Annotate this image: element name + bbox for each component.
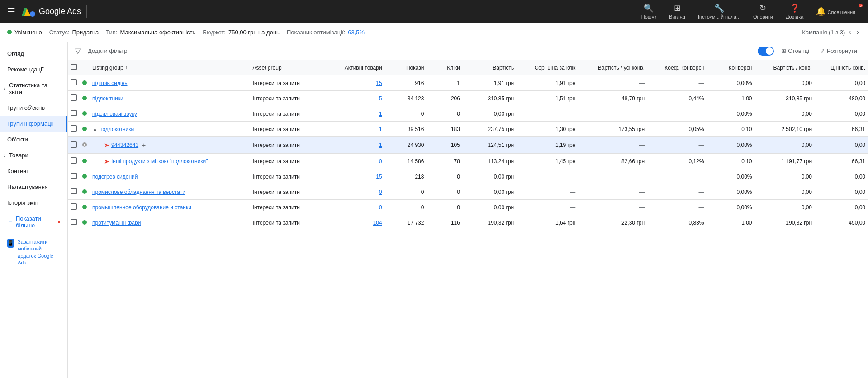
active-products-cell: 15 — [328, 169, 385, 184]
listing-link[interactable]: Інші продукти з міткою "подлокотники" — [111, 158, 208, 165]
conv-value-cell: 0,00 — [815, 75, 868, 91]
table-body: підігрів сидінь Інтереси та запити 15 91… — [68, 75, 868, 230]
row-checkbox[interactable] — [71, 125, 77, 132]
listing-link[interactable]: подлокотники — [100, 126, 134, 132]
listing-link[interactable]: подогрев сидений — [92, 174, 138, 180]
cost-cell: 1,91 грн — [463, 75, 517, 91]
active-products-cell: 1 — [328, 106, 385, 122]
conv-rate-cell: 0,83% — [647, 215, 707, 230]
sidebar-item-listing-groups[interactable]: Групи інформації — [0, 116, 67, 132]
next-campaign-btn[interactable]: › — [855, 26, 861, 38]
budget-value: 750,00 грн на день — [228, 29, 280, 36]
row-checkbox[interactable] — [71, 141, 77, 148]
show-more-btn[interactable]: ＋ Показати більше — [0, 211, 67, 233]
row-checkbox-cell — [68, 75, 80, 91]
search-nav-btn[interactable]: 🔍 Пошук — [636, 1, 662, 21]
sidebar-item-overview[interactable]: Огляд — [0, 46, 67, 61]
th-listing-group[interactable]: Listing group ↑ — [90, 60, 250, 75]
clicks-cell: 0 — [427, 200, 463, 215]
columns-button[interactable]: ⊞ Стовпці — [778, 46, 813, 56]
row-status-cell — [80, 75, 90, 91]
sidebar-item-change-history[interactable]: Історія змін — [0, 195, 67, 211]
cost-cell: 113,24 грн — [463, 154, 517, 169]
conversions-cell: 0,00% — [707, 169, 754, 184]
toggle-switch[interactable] — [758, 47, 774, 56]
listing-link[interactable]: промышленное оборудование и станки — [92, 204, 191, 211]
status-dot — [82, 220, 87, 225]
row-checkbox-cell — [68, 154, 80, 169]
listing-link[interactable]: підсилювачі звуку — [92, 111, 137, 117]
listing-group-cell: протитуманні фари — [90, 215, 250, 230]
active-products-link[interactable]: 5 — [379, 95, 382, 102]
sidebar-item-content[interactable]: Контент — [0, 163, 67, 179]
expand-tree-icon[interactable]: ▲ — [92, 126, 98, 132]
sidebar-item-products[interactable]: › Товари — [0, 147, 67, 163]
active-products-link[interactable]: 1 — [379, 126, 382, 132]
view-nav-btn[interactable]: ⊞ Вигляд — [664, 1, 691, 21]
row-checkbox[interactable] — [71, 94, 77, 101]
row-checkbox[interactable] — [71, 173, 77, 179]
sidebar-item-asset-groups[interactable]: Групи об'єктів — [0, 100, 67, 116]
sidebar-item-recommendations[interactable]: Рекомендації — [0, 61, 67, 77]
conversions-cell: 0,00% — [707, 184, 754, 200]
active-products-link[interactable]: 15 — [376, 174, 382, 180]
hamburger-menu[interactable]: ☰ — [7, 6, 15, 17]
listing-link[interactable]: підлокітники — [92, 95, 123, 102]
expand-label: Розгорнути — [827, 47, 857, 54]
active-products-link[interactable]: 0 — [379, 204, 382, 211]
add-filter-button[interactable]: Додати фільтр — [84, 46, 131, 56]
row-checkbox-cell — [68, 169, 80, 184]
tools-nav-btn[interactable]: 🔧 Інструм... й нала... — [693, 1, 746, 21]
filter-icon[interactable]: ▽ — [75, 47, 81, 55]
row-checkbox[interactable] — [71, 157, 77, 164]
active-products-cell: 1 — [328, 137, 385, 154]
add-subdivision-btn[interactable]: + — [140, 141, 147, 150]
row-checkbox[interactable] — [71, 79, 77, 85]
help-nav-btn[interactable]: ❓ Довідка — [780, 1, 809, 21]
row-checkbox[interactable] — [71, 188, 77, 194]
toolbar: ▽ Додати фільтр ⊞ Стовпці ⤢ Розгорнути — [68, 42, 868, 60]
avg-cpc-cell: 1,64 грн — [517, 215, 578, 230]
listing-link[interactable]: протитуманні фари — [92, 220, 141, 226]
row-status-cell — [80, 91, 90, 106]
header-row: Listing group ↑ Asset group Активні това… — [68, 60, 868, 75]
download-app[interactable]: 📱 Завантажити мобільний додаток Google A… — [0, 233, 67, 272]
listing-link[interactable]: підігрів сидінь — [92, 80, 128, 86]
active-products-cell: 15 — [328, 75, 385, 91]
optimization-value[interactable]: 63,5% — [348, 29, 365, 36]
enabled-label: Увімкнено — [14, 29, 42, 36]
conv-rate-cell: — — [647, 169, 707, 184]
active-products-link[interactable]: 1 — [379, 142, 382, 148]
active-products-link[interactable]: 1 — [379, 111, 382, 117]
active-products-link[interactable]: 104 — [373, 220, 382, 226]
refresh-label: Оновити — [753, 14, 773, 19]
value-conv-cell: 2 502,10 грн — [754, 122, 815, 137]
campaign-label: Кампанія (1 з 3) — [802, 29, 845, 36]
cost-conv-cell: 82,66 грн — [578, 154, 647, 169]
header-checkbox[interactable] — [71, 64, 77, 70]
sidebar-item-assets[interactable]: Об'єкти — [0, 132, 67, 147]
clicks-cell: 0 — [427, 184, 463, 200]
active-products-link[interactable]: 15 — [376, 80, 382, 86]
listing-group-cell: промислове обладнання та верстати — [90, 184, 250, 200]
cost-conv-cell: — — [578, 106, 647, 122]
active-products-link[interactable]: 0 — [379, 189, 382, 195]
notifications-nav-btn[interactable]: 🔔 5 Сповіщення — [811, 5, 861, 18]
th-conv-rate: Коеф. конверсії — [647, 60, 707, 75]
prev-campaign-btn[interactable]: ‹ — [847, 26, 853, 38]
th-status — [80, 60, 90, 75]
listing-link[interactable]: промислове обладнання та верстати — [92, 189, 185, 195]
status-dot — [82, 159, 87, 163]
refresh-nav-btn[interactable]: ↻ Оновити — [748, 1, 778, 21]
sidebar-item-statistics[interactable]: › Статистика та звіти — [0, 77, 67, 100]
expand-button[interactable]: ⤢ Розгорнути — [816, 46, 861, 56]
avg-cpc-cell: 1,45 грн — [517, 154, 578, 169]
row-checkbox[interactable] — [71, 219, 77, 225]
conversions-cell: 0,10 — [707, 122, 754, 137]
active-products-link[interactable]: 0 — [379, 158, 382, 165]
row-checkbox[interactable] — [71, 203, 77, 210]
sidebar-item-settings[interactable]: Налаштування — [0, 179, 67, 195]
row-checkbox[interactable] — [71, 110, 77, 116]
listing-link[interactable]: 944342643 — [111, 142, 138, 148]
expand-icon: ⤢ — [820, 47, 825, 54]
